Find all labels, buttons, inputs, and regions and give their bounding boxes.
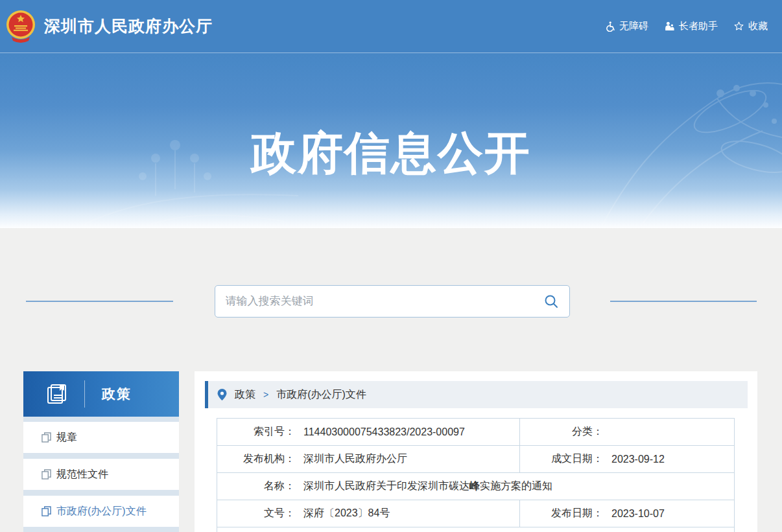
sidebar-header: 政策 [23, 371, 179, 417]
document-icon [41, 469, 51, 480]
elder-helper-icon [664, 21, 675, 32]
written-date-cell: 成文日期： 2023-09-12 [519, 446, 734, 472]
document-name-suffix: 实施方案的通知 [480, 480, 552, 491]
search-icon [543, 294, 559, 309]
search-box [215, 285, 570, 318]
sidebar-item-normative-documents[interactable]: 规范性文件 [23, 459, 179, 490]
document-icon [41, 432, 51, 443]
written-date-value: 2023-09-12 [611, 454, 665, 465]
breadcrumb-separator: > [263, 389, 268, 400]
decorative-line-right [610, 301, 757, 302]
search-input[interactable] [226, 295, 543, 308]
decorative-line-left [26, 301, 173, 302]
sidebar-list: 规章 规范性文件 市政府(办公厅)文件 [23, 417, 179, 532]
accessibility-link-label: 无障碍 [619, 20, 648, 32]
publish-date-value: 2023-10-07 [611, 508, 665, 520]
doc-number-cell: 文号： 深府〔2023〕84号 [217, 500, 519, 527]
sidebar-item-label: 规范性文件 [56, 468, 108, 481]
doc-number-label: 文号： [217, 507, 295, 520]
table-row: 文号： 深府〔2023〕84号 发布日期： 2023-10-07 [217, 500, 734, 527]
index-number-value: 114403000075433823/2023-00097 [303, 426, 465, 438]
content-row: 政策 规章 规范性文件 [0, 371, 782, 532]
national-emblem-logo[interactable] [5, 10, 36, 43]
sidebar-title: 政策 [102, 385, 132, 403]
document-icon [41, 506, 51, 516]
breadcrumb-item-policy[interactable]: 政策 [235, 388, 255, 402]
accessibility-icon [604, 21, 615, 32]
document-info-table: 索引号： 114403000075433823/2023-00097 分类： 发… [217, 418, 735, 532]
page-banner: 政府信息公开 [0, 53, 782, 228]
document-name-cell: 名称： 深圳市人民政府关于印发深圳市碳达峰实施方案的通知 [217, 473, 734, 500]
category-label: 分类： [520, 425, 603, 439]
document-name-value: 深圳市人民政府关于印发深圳市碳达峰实施方案的通知 [303, 480, 552, 493]
table-row-partial [217, 527, 734, 532]
location-pin-icon [217, 389, 227, 400]
table-row: 发布机构： 深圳市人民政府办公厅 成文日期： 2023-09-12 [217, 445, 734, 472]
document-name-label: 名称： [217, 480, 295, 493]
sidebar-item-regulations[interactable]: 规章 [23, 422, 179, 453]
written-date-label: 成文日期： [520, 452, 603, 466]
breadcrumb: 政策 > 市政府(办公厅)文件 [205, 381, 748, 408]
table-row: 索引号： 114403000075433823/2023-00097 分类： [217, 419, 734, 445]
star-icon [733, 21, 744, 32]
search-row [0, 228, 782, 318]
breadcrumb-item-municipal-documents[interactable]: 市政府(办公厅)文件 [276, 388, 366, 402]
publish-date-cell: 发布日期： 2023-10-07 [519, 500, 734, 527]
sidebar-item-label: 市政府(办公厅)文件 [56, 505, 147, 518]
issuer-value: 深圳市人民政府办公厅 [303, 452, 407, 466]
table-row: 名称： 深圳市人民政府关于印发深圳市碳达峰实施方案的通知 [217, 472, 734, 500]
index-number-cell: 索引号： 114403000075433823/2023-00097 [217, 419, 519, 445]
elder-helper-link-label: 长者助手 [679, 20, 718, 32]
sidebar-item-label: 规章 [56, 431, 77, 445]
main-panel: 政策 > 市政府(办公厅)文件 索引号： 114403000075433823/… [195, 371, 757, 532]
elder-helper-link[interactable]: 长者助手 [664, 20, 718, 32]
favorite-link-label: 收藏 [748, 20, 768, 32]
site-title[interactable]: 深圳市人民政府办公厅 [44, 16, 213, 37]
doc-number-value: 深府〔2023〕84号 [303, 507, 390, 520]
top-header-bar: 深圳市人民政府办公厅 无障碍 长者助手 收藏 [0, 0, 782, 53]
category-cell: 分类： [519, 419, 734, 445]
issuer-label: 发布机构： [217, 452, 295, 466]
favorite-link[interactable]: 收藏 [733, 20, 768, 32]
accessibility-link[interactable]: 无障碍 [604, 20, 648, 32]
main-section: 政策 规章 规范性文件 [0, 228, 782, 532]
search-button[interactable] [543, 294, 559, 309]
sidebar: 政策 规章 规范性文件 [23, 371, 179, 532]
topbar-links: 无障碍 长者助手 收藏 [604, 20, 768, 32]
document-name-prefix: 深圳市人民政府关于印发深圳市碳达 [303, 480, 469, 491]
book-icon [45, 382, 69, 406]
sidebar-item-municipal-documents[interactable]: 市政府(办公厅)文件 [23, 496, 179, 527]
page-title: 政府信息公开 [0, 123, 782, 184]
sidebar-header-divider [84, 380, 85, 408]
document-name-highlight: 峰 [469, 480, 480, 491]
publish-date-label: 发布日期： [520, 507, 603, 520]
index-number-label: 索引号： [217, 425, 295, 439]
issuer-cell: 发布机构： 深圳市人民政府办公厅 [217, 446, 519, 472]
